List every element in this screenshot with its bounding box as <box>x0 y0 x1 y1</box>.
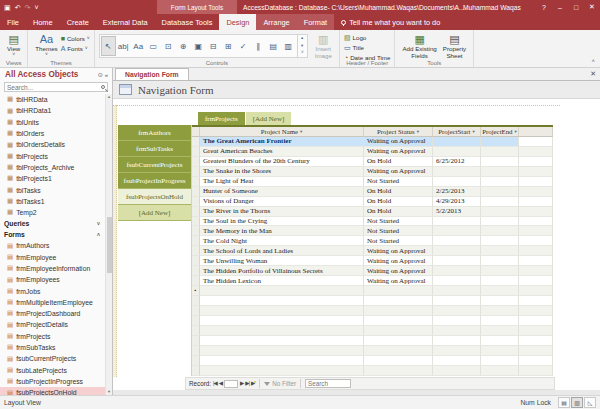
cell-project-start[interactable] <box>433 266 481 276</box>
cell-project-name[interactable]: Visions of Danger <box>200 197 364 207</box>
record-selector[interactable] <box>192 177 200 187</box>
object-item-tbltasks1[interactable]: ▦tblTasks1 <box>0 196 105 207</box>
cell-project-end[interactable] <box>481 306 519 316</box>
cell-project-start[interactable] <box>433 356 481 366</box>
object-item-fsublateprojects[interactable]: ▤fsubLateProjects <box>0 365 105 376</box>
cell-project-status[interactable]: Waiting on Approval <box>364 266 433 276</box>
tab-control-icon[interactable]: ⊡ <box>161 36 176 56</box>
help-button[interactable]: ? <box>536 4 552 11</box>
record-search-input[interactable] <box>305 379 351 388</box>
record-selector[interactable] <box>192 167 200 177</box>
record-selector[interactable] <box>192 256 200 266</box>
record-selector[interactable] <box>192 187 200 197</box>
ribbon-tab-home[interactable]: Home <box>26 14 60 30</box>
cell-project-start[interactable]: 4/29/2013 <box>433 197 481 207</box>
cell-project-name[interactable]: The Great American Frontier <box>200 137 364 147</box>
cell-project-start[interactable]: 2/25/2013 <box>433 187 481 197</box>
gallery-up-button[interactable]: ▴ <box>298 36 307 41</box>
cell-project-name[interactable] <box>200 336 364 346</box>
add-existing-fields-button[interactable]: ▦ Add Existing Fields <box>399 32 439 61</box>
undo-button[interactable]: ↶ <box>15 4 21 11</box>
cell-project-end[interactable] <box>481 236 519 246</box>
object-item-frmemployees[interactable]: ▤frmEmployees <box>0 274 105 285</box>
cell-project-status[interactable]: Waiting on Approval <box>364 246 433 256</box>
record-selector[interactable] <box>192 366 200 376</box>
cell-project-name[interactable]: The Hidden Portfolio of Villainous Secre… <box>200 266 364 276</box>
sort-dropdown-icon[interactable]: ▾ <box>300 129 302 134</box>
ribbon-tab-format[interactable]: Format <box>297 14 334 30</box>
cell-project-status[interactable]: On Hold <box>364 207 433 217</box>
title-button[interactable]: ▭ Title <box>344 44 390 51</box>
cell-project-status[interactable]: Not Started <box>364 226 433 236</box>
cell-project-start[interactable]: 6/25/2012 <box>433 157 481 167</box>
cell-project-name[interactable] <box>200 366 364 376</box>
current-record-box[interactable] <box>224 380 238 388</box>
object-item-tblhrdata1[interactable]: ▦tblHRData1 <box>0 105 105 116</box>
cell-project-status[interactable]: Waiting on Approval <box>364 137 433 147</box>
cell-project-name[interactable]: The Cold Night <box>200 236 364 246</box>
cell-project-start[interactable] <box>433 236 481 246</box>
cell-project-name[interactable]: The Snake in the Shores <box>200 167 364 177</box>
record-selector[interactable] <box>192 246 200 256</box>
object-item-frmprojects[interactable]: ▤frmProjects <box>0 331 105 342</box>
cell-project-name[interactable] <box>200 306 364 316</box>
cell-project-end[interactable] <box>481 286 519 296</box>
form-view-button[interactable]: ▤ <box>558 397 570 408</box>
cell-project-name[interactable]: The Memory in the Man <box>200 226 364 236</box>
record-selector[interactable] <box>192 207 200 217</box>
record-selector[interactable]: ▪ <box>192 286 200 296</box>
object-item-tblprojects1[interactable]: ▦tblProjects1 <box>0 173 105 184</box>
nav-tab-add-new[interactable]: [Add New] <box>246 112 292 125</box>
record-selector[interactable] <box>192 147 200 157</box>
nav-pane-scrollbar[interactable]: ▲ ▼ <box>105 94 112 395</box>
record-selector-header[interactable] <box>192 127 200 137</box>
cell-project-start[interactable] <box>433 296 481 306</box>
check-box-icon[interactable]: ✓ <box>236 36 251 56</box>
redo-button[interactable]: ↷ <box>25 4 31 11</box>
cell-project-end[interactable] <box>481 147 519 157</box>
cell-project-end[interactable] <box>481 217 519 227</box>
object-item-frmprojectdashboard[interactable]: ▤frmProjectDashboard <box>0 308 105 319</box>
label-icon[interactable]: Aa <box>131 36 146 56</box>
object-item-fsubprojectinprogress[interactable]: ▤fsubProjectInProgress <box>0 376 105 387</box>
cell-project-start[interactable] <box>433 246 481 256</box>
cell-project-name[interactable]: The School of Lords and Ladies <box>200 246 364 256</box>
cell-project-status[interactable] <box>364 296 433 306</box>
select-tool-icon[interactable]: ↖ <box>101 36 116 56</box>
cell-project-end[interactable] <box>481 157 519 167</box>
object-item-frmauthors[interactable]: ▤frmAuthors <box>0 240 105 251</box>
layout-view-button[interactable]: ▥ <box>571 397 583 408</box>
cell-project-start[interactable] <box>433 346 481 356</box>
record-selector[interactable] <box>192 276 200 286</box>
cell-project-status[interactable]: Waiting on Approval <box>364 256 433 266</box>
object-item-frmsubtasks[interactable]: ▤frmSubTasks <box>0 342 105 353</box>
object-item-temp2[interactable]: ▦Temp2 <box>0 207 105 218</box>
cell-project-name[interactable] <box>200 356 364 366</box>
object-item-tbltasks[interactable]: ▦tblTasks <box>0 184 105 195</box>
record-selector[interactable] <box>192 356 200 366</box>
record-selector[interactable] <box>192 316 200 326</box>
view-button[interactable]: ▤ View ˅ <box>4 32 23 58</box>
cell-project-status[interactable]: On Hold <box>364 187 433 197</box>
cell-project-end[interactable] <box>481 366 519 376</box>
column-header-projectstart[interactable]: ProjectStart▾ <box>433 127 481 137</box>
subform-icon[interactable]: ▤ <box>266 36 281 56</box>
object-item-tblordersdetails[interactable]: ▦tblOrdersDetails <box>0 139 105 150</box>
object-item-tblorders[interactable]: ▦tblOrders <box>0 128 105 139</box>
web-browser-control-icon[interactable]: ▣ <box>191 36 206 56</box>
design-view-button[interactable]: ◺ <box>584 397 596 408</box>
cell-project-name[interactable] <box>200 286 364 296</box>
cell-project-status[interactable]: Waiting on Approval <box>364 147 433 157</box>
nav-button-fsubprojectinprogress[interactable]: fsubProjectInProgress <box>118 173 191 189</box>
cell-project-end[interactable] <box>481 326 519 336</box>
sort-dropdown-icon[interactable]: ▾ <box>417 129 419 134</box>
cell-project-name[interactable]: The River in the Thorns <box>200 207 364 217</box>
cell-project-name[interactable] <box>200 316 364 326</box>
account-name[interactable]: Muhammad Waqas <box>463 0 521 14</box>
nav-button-frmsubtasks[interactable]: frmSubTasks <box>118 141 191 157</box>
cell-project-end[interactable] <box>481 207 519 217</box>
nav-button-fsubcurrentprojects[interactable]: fsubCurrentProjects <box>118 157 191 173</box>
minimize-button[interactable]: – <box>552 4 568 11</box>
last-record-button[interactable]: ▶| <box>245 381 249 387</box>
nav-button-add-new[interactable]: [Add New] <box>118 205 191 221</box>
